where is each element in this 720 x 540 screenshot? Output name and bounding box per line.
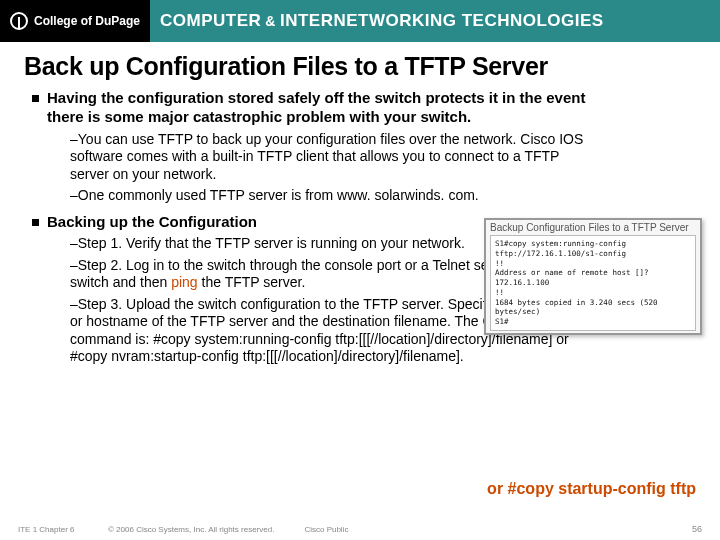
header-bar: College of DuPage COMPUTER & INTERNETWOR… <box>0 0 720 42</box>
college-logo-icon <box>10 12 28 30</box>
step-2-ping: ping <box>171 274 197 290</box>
square-bullet-icon <box>32 95 39 102</box>
footer-chapter: ITE 1 Chapter 6 <box>18 525 108 534</box>
orange-alt-command: or #copy startup-config tftp <box>487 480 696 498</box>
footer-public: Cisco Public <box>304 525 348 534</box>
college-logo-block: College of DuPage <box>0 0 150 42</box>
step-2-text-b: the TFTP server. <box>198 274 306 290</box>
dept-word-tech: INTERNETWORKING TECHNOLOGIES <box>280 11 604 31</box>
bullet-1: Having the configuration stored safely o… <box>32 89 696 127</box>
slide-footer: ITE 1 Chapter 6 © 2006 Cisco Systems, In… <box>0 524 720 534</box>
square-bullet-icon <box>32 219 39 226</box>
footer-copyright: © 2006 Cisco Systems, Inc. All rights re… <box>108 525 274 534</box>
callout-title: Backup Configuration Files to a TFTP Ser… <box>490 222 696 233</box>
college-name: College of DuPage <box>34 14 140 28</box>
callout-terminal: S1#copy system:running-config tftp://172… <box>490 235 696 331</box>
slide-title: Back up Configuration Files to a TFTP Se… <box>24 52 696 81</box>
department-banner: COMPUTER & INTERNETWORKING TECHNOLOGIES <box>150 0 720 42</box>
bullet-1-sub-2: –One commonly used TFTP server is from w… <box>70 187 600 205</box>
bullet-1-sub-1: –You can use TFTP to back up your config… <box>70 131 600 184</box>
bullet-2-text: Backing up the Configuration <box>47 213 257 232</box>
footer-page-number: 56 <box>692 524 702 534</box>
bullet-1-text: Having the configuration stored safely o… <box>47 89 607 127</box>
dept-ampersand: & <box>265 13 276 29</box>
tftp-callout-box: Backup Configuration Files to a TFTP Ser… <box>484 218 702 335</box>
dept-word-computer: COMPUTER <box>160 11 261 31</box>
